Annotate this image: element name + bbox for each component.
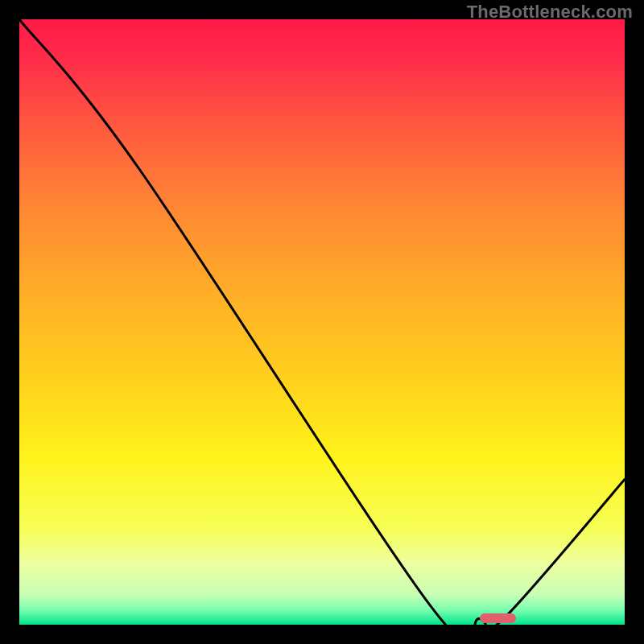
curve-layer (19, 19, 625, 625)
bottleneck-curve (19, 19, 625, 625)
plot-area (19, 19, 625, 625)
optimal-marker (480, 613, 516, 623)
watermark-label: TheBottleneck.com (467, 2, 633, 23)
chart-stage: TheBottleneck.com (0, 0, 644, 644)
